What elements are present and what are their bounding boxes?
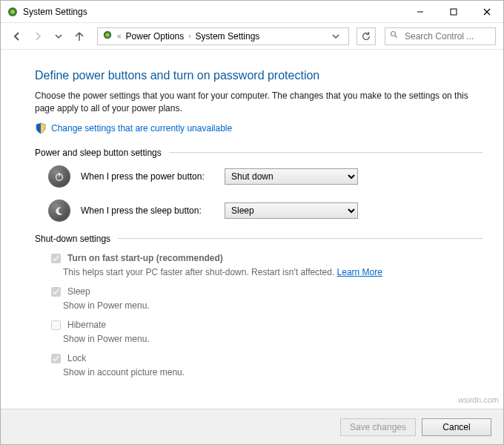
lock-desc: Show in account picture menu. [63,367,483,378]
recent-locations-button[interactable] [50,27,67,45]
shield-icon [35,122,47,134]
search-box[interactable] [385,27,496,45]
svg-point-8 [391,32,396,36]
power-button-row: When I press the power button: Shut down [48,165,483,188]
divider [118,238,483,239]
footer-bar: Save changes Cancel [1,409,503,444]
hibernate-row: Hibernate Show in Power menu. [48,318,483,344]
change-settings-link-label: Change settings that are currently unava… [51,123,232,134]
sleep-button-select[interactable]: Sleep [225,202,358,219]
svg-line-9 [395,36,397,38]
watermark: wsxdn.com [458,395,499,404]
sleep-label: Sleep [67,286,90,297]
forward-button[interactable] [29,27,47,45]
page-title: Define power buttons and turn on passwor… [35,69,483,82]
breadcrumb-system-settings[interactable]: System Settings [196,31,260,42]
sleep-icon [48,200,70,222]
page-description: Choose the power settings that you want … [35,90,472,115]
back-button[interactable] [8,27,26,45]
close-button[interactable] [470,1,503,23]
sleep-row: Sleep Show in Power menu. [48,285,483,311]
hibernate-checkbox [51,320,61,330]
cancel-button[interactable]: Cancel [422,418,491,436]
svg-rect-3 [451,9,457,15]
control-panel-icon [7,6,19,18]
learn-more-link[interactable]: Learn More [337,267,382,277]
breadcrumb-power-options[interactable]: Power Options [126,31,185,42]
search-icon [390,30,399,42]
group-shutdown-title: Shut-down settings [35,234,110,244]
lock-row: Lock Show in account picture menu. [48,352,483,378]
sleep-checkbox [51,287,61,297]
lock-label: Lock [67,353,86,363]
change-settings-link[interactable]: Change settings that are currently unava… [35,122,483,134]
svg-point-7 [105,33,109,36]
refresh-button[interactable] [357,27,376,45]
maximize-button[interactable] [437,1,470,23]
save-button: Save changes [340,418,416,436]
breadcrumb-separator: « [117,32,122,40]
group-power-sleep-header: Power and sleep button settings [35,148,483,158]
up-button[interactable] [70,27,88,45]
window-title: System Settings [23,7,87,17]
sleep-button-label: When I press the sleep button: [81,205,214,216]
address-dropdown-button[interactable] [328,28,344,44]
fast-startup-checkbox [51,254,61,263]
fast-startup-label: Turn on fast start-up (recommended) [67,253,223,263]
chevron-right-icon: › [188,32,190,40]
group-shutdown-header: Shut-down settings [35,234,483,244]
control-panel-icon [102,30,113,42]
sleep-button-row: When I press the sleep button: Sleep [48,200,483,222]
power-button-label: When I press the power button: [81,171,214,182]
hibernate-label: Hibernate [67,320,106,330]
content-area: Define power buttons and turn on passwor… [1,50,503,409]
power-icon [48,165,70,188]
divider [169,152,483,153]
address-bar[interactable]: « Power Options › System Settings [97,27,349,45]
hibernate-desc: Show in Power menu. [63,334,483,344]
minimize-button[interactable] [403,1,437,23]
title-bar: System Settings [1,1,503,23]
search-input[interactable] [403,30,491,42]
power-button-select[interactable]: Shut down [225,168,358,185]
fast-startup-row: Turn on fast start-up (recommended) This… [48,251,483,277]
group-power-sleep-title: Power and sleep button settings [35,148,162,158]
fast-startup-desc: This helps start your PC faster after sh… [63,267,337,277]
sleep-desc: Show in Power menu. [63,300,483,311]
svg-point-1 [10,10,15,14]
lock-checkbox [51,354,61,363]
nav-toolbar: « Power Options › System Settings [1,23,503,50]
